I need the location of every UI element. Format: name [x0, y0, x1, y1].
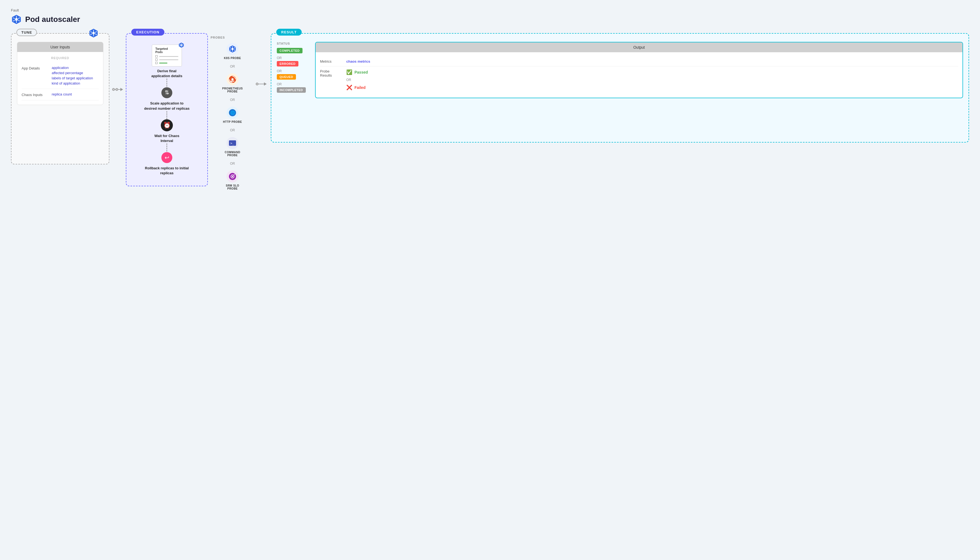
svg-text:>_: >_ — [230, 142, 235, 145]
or-2: OR — [211, 98, 255, 102]
required-label: REQUIRED — [22, 57, 99, 60]
user-inputs-header: User Inputs — [17, 42, 103, 52]
dashed-connector-1 — [166, 78, 167, 87]
app-details-values: application affected percentage labels o… — [52, 66, 93, 85]
exec-step-2: ⇅ Scale application todesired number of … — [144, 87, 190, 111]
dashed-connector-3 — [166, 143, 167, 152]
svg-text:⇅: ⇅ — [165, 90, 169, 95]
metrics-label: Metrics — [320, 59, 342, 63]
exec-step-4-text: Rollback replicas to initialreplicas — [145, 166, 189, 176]
diagram: TUNE User Inputs REQUIRED App Details — [11, 33, 969, 193]
result-status-column: STATUS COMPLETED OR ERRORED OR QUEUED OR… — [277, 42, 309, 98]
probe-item-command: >_ COMMANDPROBE — [211, 137, 255, 157]
http-probe-label: HTTP PROBE — [223, 120, 242, 123]
app-value-4: kind of application — [52, 81, 93, 85]
or-3: OR — [211, 128, 255, 132]
connector-arrow — [120, 88, 123, 91]
result-section: RESULT STATUS COMPLETED OR ERRORED OR QU… — [271, 33, 969, 143]
exec-step-3: ⏰ Wait for ChaosInterval — [154, 119, 179, 143]
page-title: Pod autoscaler — [25, 15, 80, 24]
svg-point-30 — [231, 48, 234, 50]
targeted-pods-card: TargetedPods — [152, 45, 182, 67]
prometheus-probe-label: PROMETHEUSPROBE — [222, 87, 243, 93]
app-value-1: application — [52, 66, 93, 70]
execution-label: EXECUTION — [131, 29, 165, 35]
exec-step-4: ↩ Rollback replicas to initialreplicas — [145, 152, 189, 176]
app-value-2: affected percentage — [52, 71, 93, 75]
svg-text:↩: ↩ — [165, 155, 169, 161]
probe-list: K8S PROBE OR PROMETHEUSPROBE OR — [211, 43, 255, 190]
probe-item-prometheus: PROMETHEUSPROBE — [211, 73, 255, 93]
status-badge-queued: QUEUED — [277, 74, 296, 80]
probe-results-label: ProbeResults — [320, 69, 342, 77]
chaos-inputs-values: replica count — [52, 92, 72, 96]
k8s-tune-badge — [88, 28, 98, 39]
tune-section: TUNE User Inputs REQUIRED App Details — [11, 33, 110, 164]
exec-step-3-text: Wait for ChaosInterval — [154, 133, 179, 143]
connector-circle-right — [115, 88, 118, 91]
srm-probe-icon — [226, 170, 238, 182]
status-badge-completed: COMPLETED — [277, 48, 303, 53]
command-probe-icon: >_ — [226, 137, 238, 149]
probe-item-srm: SRM SLOPROBE — [211, 170, 255, 190]
probes-arrow-line — [258, 84, 264, 84]
k8s-probe-label: K8S PROBE — [224, 57, 241, 60]
chaos-inputs-label: Chaos Inputs — [22, 92, 46, 97]
exec-step-1: TargetedPods — [151, 45, 182, 78]
failed-row: ❌ Failed — [346, 85, 368, 90]
chaos-value-1: replica count — [52, 92, 72, 96]
output-card: Output Metrics chaos metrics ProbeResult… — [315, 42, 963, 98]
passed-icon: ✅ — [346, 69, 352, 75]
result-content: STATUS COMPLETED OR ERRORED OR QUEUED OR… — [277, 42, 963, 98]
result-label: RESULT — [276, 29, 302, 35]
passed-row: ✅ Passed — [346, 69, 368, 75]
clock-icon: ⏰ — [161, 119, 173, 131]
connector-circle-left — [112, 88, 115, 91]
probe-item-k8s: K8S PROBE — [211, 43, 255, 60]
pod-line-2 — [159, 59, 178, 60]
probes-section: PROBES K8S PROBE — [211, 33, 255, 193]
output-body: Metrics chaos metrics ProbeResults ✅ Pas… — [316, 52, 962, 98]
rollback-icon: ↩ — [161, 152, 173, 163]
chaos-inputs-row: Chaos Inputs replica count — [22, 89, 99, 100]
status-badge-errored: ERRORED — [277, 61, 298, 67]
scale-icon: ⇅ — [161, 87, 173, 99]
probes-arrow-head — [264, 82, 267, 86]
dashed-connector-2 — [166, 111, 167, 119]
svg-point-46 — [232, 176, 233, 177]
exec-step-2-text: Scale application todesired number of re… — [144, 101, 190, 111]
targeted-pods-k8s-icon — [178, 42, 184, 49]
targeted-pods-title: TargetedPods — [155, 47, 178, 53]
pod-checkbox-3 — [155, 62, 158, 64]
passed-text: Passed — [354, 70, 368, 74]
fault-label: Fault — [11, 8, 969, 12]
app-details-label: App Details — [22, 66, 46, 70]
pod-checkbox-2 — [155, 58, 158, 61]
probes-section-label: PROBES — [211, 36, 255, 39]
srm-probe-label: SRM SLOPROBE — [226, 184, 239, 190]
tune-label: TUNE — [17, 29, 37, 36]
failed-text: Failed — [354, 85, 365, 90]
or-1: OR — [211, 65, 255, 68]
svg-point-18 — [181, 44, 182, 46]
or-4: OR — [211, 162, 255, 165]
probes-to-result-connector — [255, 82, 268, 86]
prometheus-probe-icon — [226, 73, 238, 85]
status-badge-incompleted: INCOMPLETED — [277, 87, 306, 93]
probes-connector-circle — [256, 83, 258, 85]
pod-line-1 — [159, 56, 178, 57]
svg-text:🌐: 🌐 — [230, 110, 235, 115]
svg-point-2 — [15, 18, 18, 21]
tune-box: User Inputs REQUIRED App Details applica… — [11, 33, 110, 164]
execution-section: EXECUTION — [126, 33, 208, 186]
output-header: Output — [316, 42, 962, 52]
probe-item-http: 🌐 HTTP PROBE — [211, 107, 255, 123]
svg-point-38 — [231, 78, 234, 80]
exec-step-1-text: Derive finalapplication details — [151, 69, 182, 78]
probe-or: OR — [346, 78, 368, 82]
kubernetes-icon — [11, 14, 22, 25]
failed-icon: ❌ — [346, 85, 352, 90]
svg-point-10 — [92, 32, 95, 35]
command-probe-label: COMMANDPROBE — [225, 151, 240, 157]
metrics-value: chaos metrics — [346, 59, 370, 63]
